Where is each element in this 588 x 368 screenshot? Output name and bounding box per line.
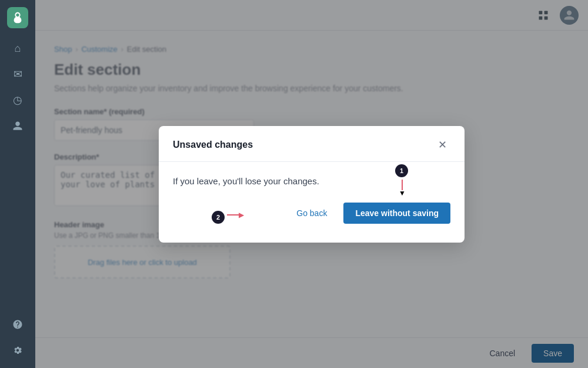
sidebar-item-home[interactable]: ⌂ <box>7 38 28 59</box>
sidebar-item-clock[interactable]: ◷ <box>7 89 28 111</box>
unsaved-changes-modal: Unsaved changes ✕ If you leave, you'll l… <box>159 126 465 243</box>
leave-without-saving-button[interactable]: Leave without saving <box>343 203 450 224</box>
step-1-badge: 1 <box>395 164 408 177</box>
go-back-button[interactable]: Go back <box>289 204 334 223</box>
modal-overlay: Unsaved changes ✕ If you leave, you'll l… <box>35 0 588 368</box>
modal-header: Unsaved changes ✕ <box>159 126 465 162</box>
step-1-arrow: ▼ <box>399 180 406 197</box>
modal-close-button[interactable]: ✕ <box>434 137 450 153</box>
sidebar-item-contacts[interactable] <box>7 115 28 137</box>
step-2-arrow: ▶ <box>227 211 244 219</box>
modal-message: If you leave, you'll lose your changes. <box>173 176 450 186</box>
sidebar-item-support[interactable] <box>7 314 28 335</box>
main-area: Shop › Customize › Edit section Edit sec… <box>35 0 588 368</box>
sidebar-item-mail[interactable]: ✉ <box>7 64 28 85</box>
step-2-badge: 2 <box>212 211 225 224</box>
modal-body: If you leave, you'll lose your changes. … <box>159 162 465 243</box>
modal-title: Unsaved changes <box>173 140 253 150</box>
sidebar-item-settings[interactable] <box>7 340 28 361</box>
app-logo[interactable] <box>7 7 28 28</box>
sidebar: ⌂ ✉ ◷ <box>0 0 35 368</box>
